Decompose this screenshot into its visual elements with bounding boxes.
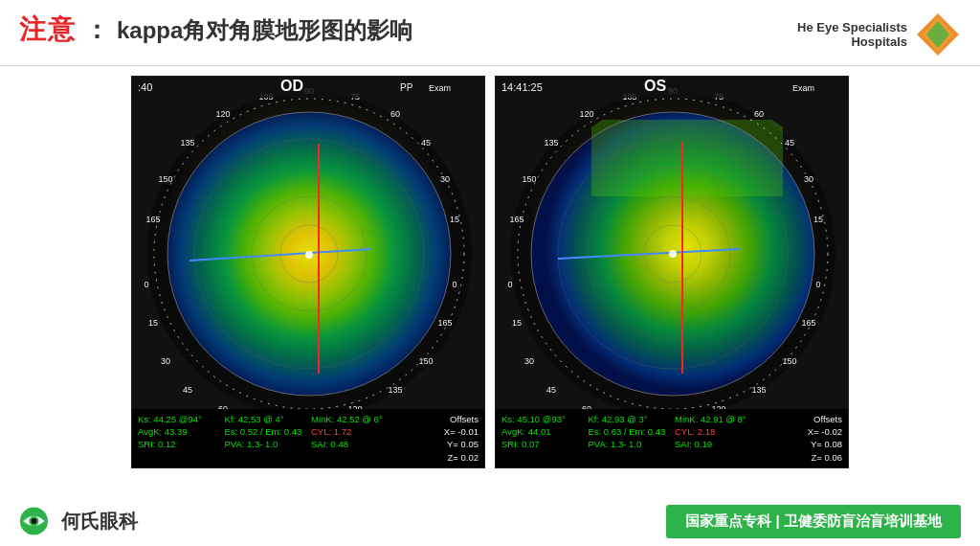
od-pva: PVA: 1.3- 1.0 bbox=[225, 438, 306, 450]
svg-text:120: 120 bbox=[215, 109, 230, 119]
svg-text:150: 150 bbox=[522, 174, 536, 184]
svg-text::40: :40 bbox=[138, 81, 152, 93]
logo-line1: He Eye Specialists bbox=[797, 20, 907, 34]
os-ks: Ks: 45.10 @93° bbox=[501, 413, 583, 425]
od-offsets-label: Offsets bbox=[398, 413, 479, 425]
os-data-overlay: Ks: 45.10 @93° AvgK: 44.01 SRI: 0.07 Kf:… bbox=[496, 409, 848, 467]
svg-text:135: 135 bbox=[180, 138, 194, 148]
logo-line2: Hospitals bbox=[797, 34, 907, 49]
os-avgk: AvgK: 44.01 bbox=[501, 425, 583, 438]
svg-text:120: 120 bbox=[579, 109, 593, 119]
footer-logo-text: 何氏眼科 bbox=[61, 509, 138, 535]
os-kf: Kf: 42.93 @ 3° bbox=[589, 413, 670, 425]
svg-point-86 bbox=[31, 518, 36, 524]
svg-text:165: 165 bbox=[509, 215, 523, 224]
footer-badge-text: 国家重点专科 | 卫健委防盲治盲培训基地 bbox=[685, 512, 942, 529]
main-content: 90 90 75 60 45 30 15 0 165 150 135 120 1… bbox=[0, 66, 980, 478]
footer-badge: 国家重点专科 | 卫健委防盲治盲培训基地 bbox=[666, 505, 961, 538]
od-ks: Ks: 44.25 @94° bbox=[138, 413, 219, 425]
svg-text:0: 0 bbox=[452, 280, 457, 289]
title-colon: ： bbox=[84, 13, 109, 47]
title-attention: 注意 bbox=[19, 11, 77, 48]
svg-text:15: 15 bbox=[512, 318, 522, 328]
os-offset-z: Z= 0.06 bbox=[762, 451, 843, 464]
title-area: 注意 ： kappa角对角膜地形图的影响 bbox=[19, 11, 412, 48]
scan-panel-os: 90 90 75 60 45 30 15 0 165 150 135 120 1… bbox=[495, 76, 849, 468]
svg-text:45: 45 bbox=[546, 385, 556, 395]
scan-panel-od: 90 90 75 60 45 30 15 0 165 150 135 120 1… bbox=[131, 76, 485, 468]
od-sai: SAI: 0.48 bbox=[311, 438, 392, 450]
os-sri: SRI: 0.07 bbox=[501, 438, 583, 450]
svg-text:150: 150 bbox=[418, 356, 433, 366]
svg-text:Exam: Exam bbox=[429, 83, 451, 93]
svg-text:PP: PP bbox=[400, 82, 413, 93]
svg-rect-47 bbox=[591, 120, 783, 196]
svg-text:165: 165 bbox=[437, 318, 452, 328]
svg-text:15: 15 bbox=[813, 215, 823, 224]
svg-text:165: 165 bbox=[145, 215, 160, 224]
os-cyl: CYL: 2.18 bbox=[675, 425, 756, 438]
od-offset-x: X= -0.01 bbox=[398, 425, 479, 438]
svg-text:14:41:25: 14:41:25 bbox=[501, 81, 543, 93]
svg-text:135: 135 bbox=[388, 385, 402, 395]
svg-text:45: 45 bbox=[183, 385, 192, 395]
os-sai: SAI: 0.19 bbox=[675, 438, 756, 450]
header: 注意 ： kappa角对角膜地形图的影响 He Eye Specialists … bbox=[0, 0, 980, 66]
svg-text:0: 0 bbox=[815, 280, 820, 289]
os-offsets-label: Offsets bbox=[762, 413, 843, 425]
svg-text:60: 60 bbox=[754, 109, 764, 119]
od-avgk: AvgK: 43.39 bbox=[138, 425, 219, 438]
svg-text:165: 165 bbox=[801, 318, 815, 328]
od-offset-y: Y= 0.05 bbox=[398, 438, 479, 450]
svg-point-79 bbox=[669, 250, 677, 258]
svg-text:15: 15 bbox=[148, 318, 158, 328]
svg-text:OD: OD bbox=[280, 78, 303, 94]
svg-text:30: 30 bbox=[524, 356, 534, 366]
svg-text:30: 30 bbox=[161, 356, 170, 366]
svg-text:150: 150 bbox=[158, 174, 172, 184]
svg-text:0: 0 bbox=[144, 280, 148, 289]
svg-text:135: 135 bbox=[544, 138, 558, 148]
svg-text:45: 45 bbox=[785, 138, 794, 148]
od-mink: MinK: 42.52 @ 6° bbox=[311, 413, 392, 425]
eye-logo-icon bbox=[19, 504, 54, 538]
logo-area: He Eye Specialists Hospitals bbox=[797, 11, 961, 57]
svg-point-37 bbox=[305, 251, 313, 259]
od-cyl: CYL: 1.72 bbox=[311, 425, 392, 438]
footer-logo: 何氏眼科 bbox=[19, 504, 138, 538]
od-offset-z: Z= 0.02 bbox=[398, 451, 479, 464]
os-es: Es: 0.63 / Em: 0.43 bbox=[589, 425, 670, 438]
svg-text:15: 15 bbox=[450, 215, 459, 224]
footer: 何氏眼科 国家重点专科 | 卫健委防盲治盲培训基地 bbox=[0, 496, 980, 546]
svg-text:150: 150 bbox=[782, 356, 796, 366]
svg-text:30: 30 bbox=[440, 174, 450, 184]
od-es: Es: 0.52 / Em: 0.43 bbox=[225, 425, 306, 438]
page-title: kappa角对角膜地形图的影响 bbox=[117, 15, 412, 46]
svg-text:Exam: Exam bbox=[792, 83, 814, 93]
svg-text:30: 30 bbox=[804, 174, 813, 184]
od-sri: SRI: 0.12 bbox=[138, 438, 219, 450]
os-offset-x: X= -0.02 bbox=[762, 425, 843, 438]
svg-text:0: 0 bbox=[507, 280, 512, 289]
os-pva: PVA: 1.3- 1.0 bbox=[589, 438, 670, 450]
logo-text: He Eye Specialists Hospitals bbox=[797, 20, 907, 49]
svg-text:135: 135 bbox=[751, 385, 766, 395]
logo-diamond-icon bbox=[915, 11, 961, 57]
os-mink: MinK: 42.91 @ 8° bbox=[675, 413, 756, 425]
svg-text:45: 45 bbox=[421, 138, 431, 148]
od-data-overlay: Ks: 44.25 @94° AvgK: 43.39 SRI: 0.12 Kf:… bbox=[132, 409, 484, 467]
od-kf: Kf: 42.53 @ 4° bbox=[225, 413, 306, 425]
os-offset-y: Y= 0.08 bbox=[762, 438, 843, 450]
svg-text:60: 60 bbox=[390, 109, 400, 119]
svg-text:OS: OS bbox=[644, 78, 666, 94]
